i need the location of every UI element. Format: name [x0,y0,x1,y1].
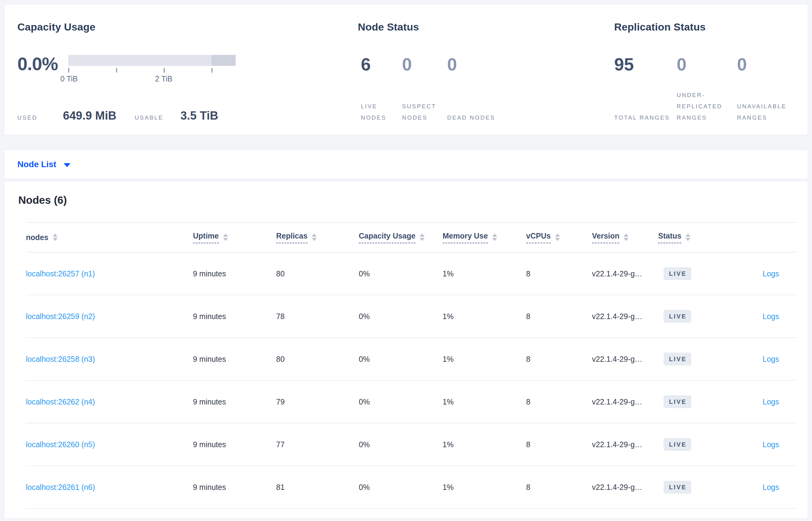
version-cell: v22.1.4-29-g… [592,440,658,449]
nodes-table-card: Nodes (6) nodes Uptime Replicas Capacity… [4,181,808,519]
column-header-capacity-usage-label: Capacity Usage [359,231,415,244]
replicas-cell: 77 [276,440,359,449]
chevron-down-icon [64,163,70,167]
node-address-link[interactable]: localhost:26259 (n2) [26,312,95,321]
capacity-percent-value: 0.0% [17,52,58,76]
used-value: 649.9 MiB [63,109,116,122]
column-header-capacity-usage[interactable]: Capacity Usage [359,231,443,244]
suspect-nodes-metric: 0 SUSPECT NODES [402,55,447,123]
node-address-link[interactable]: localhost:26258 (n3) [26,355,95,363]
table-row: localhost:26257 (n1) 9 minutes 80 0% 1% … [26,253,797,295]
sort-icon [492,234,497,241]
vcpus-cell: 8 [526,483,592,492]
column-header-nodes[interactable]: nodes [26,233,193,242]
vcpus-cell: 8 [526,440,592,449]
sort-icon [312,234,317,241]
node-list-dropdown[interactable]: Node List [4,150,808,179]
status-badge: LIVE [664,353,691,365]
node-status-section: Node Status 6 LIVE NODES 0 SUSPECT NODES… [354,21,610,135]
table-row: localhost:26258 (n3) 9 minutes 80 0% 1% … [26,338,797,381]
axis-label-2: 2 TiB [155,74,172,83]
column-header-nodes-label: nodes [26,233,48,242]
column-header-version[interactable]: Version [592,231,658,244]
logs-link[interactable]: Logs [763,483,779,492]
used-label: USED [17,114,38,121]
capacity-bar-track [68,55,236,66]
status-badge: LIVE [664,481,691,494]
column-header-uptime-label: Uptime [193,231,219,244]
version-cell: v22.1.4-29-g… [592,355,658,364]
unavailable-ranges-value: 0 [737,55,807,74]
nodes-table: nodes Uptime Replicas Capacity Usage Mem… [26,222,797,509]
capacity-usage-section: Capacity Usage 0.0% 0 TiB [17,21,354,135]
vcpus-cell: 8 [526,355,592,364]
vcpus-cell: 8 [526,398,592,406]
uptime-cell: 9 minutes [193,312,276,321]
under-replicated-ranges-label: UNDER-REPLICATED RANGES [677,89,737,123]
version-cell: v22.1.4-29-g… [592,269,658,278]
logs-link[interactable]: Logs [763,269,779,278]
logs-link[interactable]: Logs [763,355,779,363]
table-row: localhost:26259 (n2) 9 minutes 78 0% 1% … [26,295,797,338]
total-ranges-label: TOTAL RANGES [614,112,677,123]
column-header-memory-use[interactable]: Memory Use [443,231,526,244]
logs-link[interactable]: Logs [763,440,779,449]
usable-value: 3.5 TiB [181,109,218,122]
capacity-usage-cell: 0% [359,398,443,406]
column-header-memory-use-label: Memory Use [443,231,488,244]
uptime-cell: 9 minutes [193,269,276,278]
logs-link[interactable]: Logs [763,398,779,406]
memory-use-cell: 1% [443,269,526,278]
logs-link[interactable]: Logs [763,312,779,321]
uptime-cell: 9 minutes [193,440,276,449]
axis-tick [68,68,69,73]
memory-use-cell: 1% [443,398,526,406]
table-row: localhost:26262 (n4) 9 minutes 79 0% 1% … [26,381,797,423]
version-cell: v22.1.4-29-g… [592,398,658,406]
nodes-table-header: nodes Uptime Replicas Capacity Usage Mem… [26,222,797,253]
axis-tick [212,68,212,73]
status-badge: LIVE [664,310,691,323]
column-header-status[interactable]: Status [658,231,731,244]
replicas-cell: 79 [276,398,359,406]
memory-use-cell: 1% [443,355,526,364]
version-cell: v22.1.4-29-g… [592,312,658,321]
live-nodes-metric: 6 LIVE NODES [358,55,402,123]
uptime-cell: 9 minutes [193,483,276,492]
unavailable-ranges-metric: 0 UNAVAILABLE RANGES [737,55,807,123]
nodes-section-title: Nodes (6) [18,194,797,206]
column-header-vcpus-label: vCPUs [526,231,551,244]
live-nodes-label: LIVE NODES [361,101,402,123]
capacity-axis-ticks [68,68,236,73]
column-header-vcpus[interactable]: vCPUs [526,231,592,244]
under-replicated-ranges-value: 0 [677,55,737,74]
replicas-cell: 80 [276,355,359,364]
total-ranges-metric: 95 TOTAL RANGES [614,55,677,123]
table-row: localhost:26260 (n5) 9 minutes 77 0% 1% … [26,423,797,466]
suspect-nodes-label: SUSPECT NODES [402,101,447,123]
node-address-link[interactable]: localhost:26257 (n1) [26,269,95,278]
replicas-cell: 78 [276,312,359,321]
column-header-replicas[interactable]: Replicas [276,231,359,244]
status-badge: LIVE [664,395,691,408]
replication-status-section: Replication Status 95 TOTAL RANGES 0 UND… [610,21,808,135]
node-address-link[interactable]: localhost:26260 (n5) [26,440,95,449]
status-badge: LIVE [664,267,691,280]
axis-tick [164,68,165,73]
sort-icon [223,234,228,241]
sort-icon [53,234,57,241]
column-header-uptime[interactable]: Uptime [193,231,276,244]
uptime-cell: 9 minutes [193,398,276,406]
under-replicated-ranges-metric: 0 UNDER-REPLICATED RANGES [677,55,737,123]
capacity-bar-usable-segment [68,55,212,66]
sort-icon [686,234,690,241]
dead-nodes-value: 0 [447,55,496,74]
node-address-link[interactable]: localhost:26261 (n6) [26,483,95,492]
version-cell: v22.1.4-29-g… [592,483,658,492]
node-status-metrics: 6 LIVE NODES 0 SUSPECT NODES 0 DEAD NODE… [358,55,610,123]
replication-status-title: Replication Status [614,21,808,33]
node-address-link[interactable]: localhost:26262 (n4) [26,398,95,406]
suspect-nodes-value: 0 [402,55,447,74]
vcpus-cell: 8 [526,312,592,321]
capacity-bar: 0 TiB 2 TiB [68,52,236,84]
